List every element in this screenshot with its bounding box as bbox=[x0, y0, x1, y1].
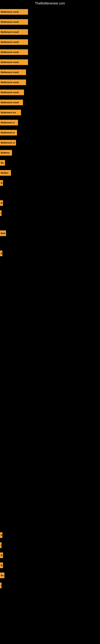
bar-label: Bottleneck re bbox=[0, 130, 17, 136]
bar-label: Bottleneck result bbox=[0, 39, 28, 45]
bar-label: Bott bbox=[0, 230, 6, 236]
bar-label: Bottleneck result bbox=[0, 49, 28, 55]
bar-row: Bo bbox=[0, 572, 4, 578]
bar-row: Bottleneck result bbox=[0, 80, 26, 85]
bar-row: Bottleneck result bbox=[0, 39, 28, 45]
bar-row: | bbox=[0, 210, 1, 216]
bar-label: Bottleneck result bbox=[0, 70, 26, 75]
bar-row: B bbox=[0, 552, 3, 558]
bar-row: Bottleneck result bbox=[0, 49, 28, 55]
bar-label: Bottlene bbox=[0, 150, 12, 156]
site-title: TheBottlenecker.com bbox=[0, 0, 100, 7]
bar-label: Bottleneck result bbox=[0, 19, 28, 25]
bar-label: | bbox=[0, 210, 1, 216]
bar-row: Bo bbox=[0, 160, 5, 166]
bar-label: Bottleneck result bbox=[0, 80, 26, 85]
bar-label: | bbox=[0, 582, 1, 588]
bar-row: Bottleneck result bbox=[0, 29, 28, 35]
bar-row: E bbox=[0, 250, 2, 256]
bar-label: Bottleneck res bbox=[0, 110, 21, 115]
bar-label: Bottleneck result bbox=[0, 9, 28, 15]
bar-label: Bottleneck result bbox=[0, 59, 28, 65]
bar-row: Bottleneck result bbox=[0, 90, 24, 95]
bar-row: Bottleneck result bbox=[0, 59, 28, 65]
bar-label: B bbox=[0, 200, 3, 206]
bar-label: Bottleneck re bbox=[0, 140, 16, 146]
bar-row: Bottlen bbox=[0, 170, 11, 176]
bar-row: E bbox=[0, 532, 2, 538]
bar-label: Bo bbox=[0, 572, 4, 578]
bar-row: B bbox=[0, 180, 3, 186]
bar-row: Bottleneck result bbox=[0, 70, 26, 75]
bar-row: Bottleneck re bbox=[0, 140, 16, 146]
bar-label: | bbox=[0, 542, 1, 548]
bar-label: E bbox=[0, 532, 2, 538]
bar-row: B bbox=[0, 200, 3, 206]
bar-row: Bottleneck result bbox=[0, 100, 23, 105]
bar-row: Bottleneck res bbox=[0, 110, 21, 115]
bar-row: Bott bbox=[0, 230, 6, 236]
bar-label: B bbox=[0, 180, 3, 186]
bar-row: | bbox=[0, 542, 1, 548]
bar-label: Bottleneck result bbox=[0, 90, 24, 95]
bar-label: Bottlen bbox=[0, 170, 11, 176]
bar-label: B bbox=[0, 552, 3, 558]
bar-row: Bottleneck result bbox=[0, 19, 28, 25]
bar-label: Bottleneck re bbox=[0, 120, 18, 126]
bar-row: Bottlene bbox=[0, 150, 12, 156]
bar-row: Bottleneck re bbox=[0, 120, 18, 126]
page-container: TheBottlenecker.com Bottleneck resultBot… bbox=[0, 0, 100, 644]
bar-label: B bbox=[0, 562, 3, 568]
bar-row: B bbox=[0, 562, 3, 568]
bar-label: Bottleneck result bbox=[0, 100, 23, 105]
bar-label: Bo bbox=[0, 160, 5, 166]
bar-row: | bbox=[0, 582, 1, 588]
bar-label: Bottleneck result bbox=[0, 29, 28, 35]
bar-row: Bottleneck result bbox=[0, 9, 28, 15]
bar-row: Bottleneck re bbox=[0, 130, 17, 136]
bar-label: E bbox=[0, 250, 2, 256]
